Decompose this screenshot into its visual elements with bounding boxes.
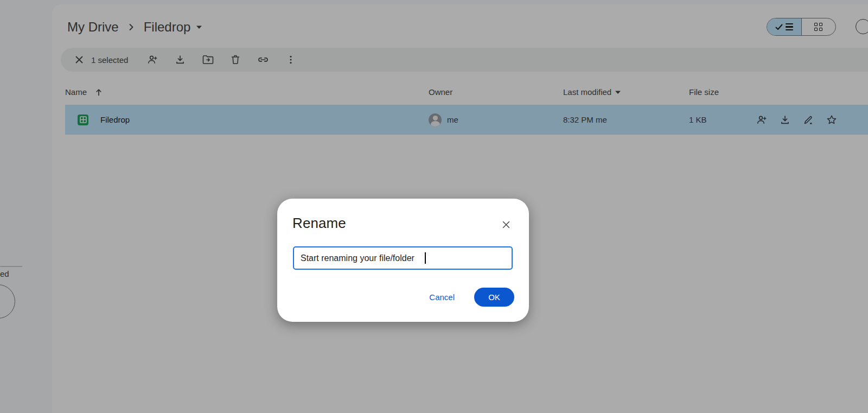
rename-dialog: Rename Cancel OK (277, 199, 529, 322)
dialog-title: Rename (292, 215, 514, 232)
rename-input[interactable] (293, 246, 513, 270)
drive-window: ed My Drive Filedrop (0, 0, 868, 413)
text-caret (425, 252, 426, 264)
close-icon (501, 220, 511, 230)
dialog-close-button[interactable] (496, 215, 516, 234)
dialog-actions: Cancel OK (424, 288, 514, 307)
ok-button[interactable]: OK (474, 288, 514, 307)
cancel-button[interactable]: Cancel (424, 288, 460, 306)
rename-input-wrap (293, 246, 513, 270)
